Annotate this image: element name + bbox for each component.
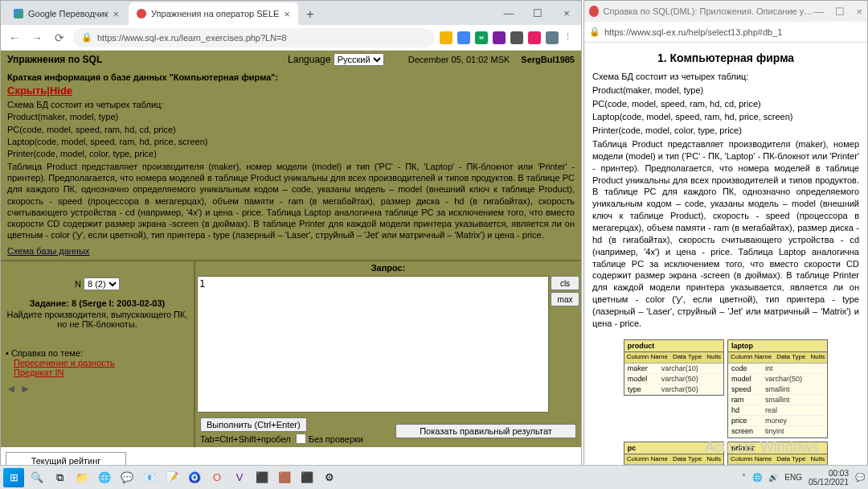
tab-title: Упражнения на оператор SELE xyxy=(151,9,279,18)
schema-line: Схема БД состоит из четырех таблиц: xyxy=(7,99,575,110)
app-icon[interactable]: 💬 xyxy=(117,468,137,487)
reload-button[interactable]: ⟳ xyxy=(51,29,68,47)
exercise-select[interactable]: 8 (2) xyxy=(84,277,120,290)
exercise-area: N 8 (2) Задание: 8 (Serge I: 2003-02-03)… xyxy=(1,260,581,447)
edge-icon[interactable]: 🌐 xyxy=(95,468,114,487)
ext-icon[interactable] xyxy=(528,31,541,44)
task-title: Задание: 8 (Serge I: 2003-02-03) xyxy=(6,298,189,308)
app-icon[interactable]: ⬛ xyxy=(297,468,317,487)
close-icon[interactable]: × xyxy=(113,8,120,20)
menu-icon[interactable]: ⋮ xyxy=(563,31,576,44)
help-title: • Справка по теме: xyxy=(6,348,189,358)
clock[interactable]: 00:03 05/12/2021 xyxy=(809,469,849,487)
explorer-icon[interactable]: 📁 xyxy=(72,468,92,487)
window-controls: — ☐ × xyxy=(494,1,581,25)
nocheck-option[interactable]: Без проверки xyxy=(296,434,363,444)
taskview-icon[interactable]: ⧉ xyxy=(50,468,69,487)
page-content: Упражнения по SQL Language Русский Decem… xyxy=(1,51,581,488)
app-icon[interactable]: ⚙ xyxy=(320,468,339,487)
back-button[interactable]: ← xyxy=(6,29,23,47)
url-text: https://www.sql-ex.ru/learn_exercises.ph… xyxy=(97,33,287,43)
app-icon[interactable]: 🧿 xyxy=(185,468,204,487)
system-tray: ˄ 🌐 🔊 ENG 00:03 05/12/2021 💬 xyxy=(742,469,865,487)
page-title: Упражнения по SQL xyxy=(7,54,102,65)
app-icon[interactable]: 📝 xyxy=(162,468,182,487)
close-button[interactable]: × xyxy=(552,1,581,25)
hide-toggle[interactable]: Скрыть|Hide xyxy=(7,84,72,97)
diagram-table-laptop: laptopColumn NameData TypeNullscodeintmo… xyxy=(727,339,828,438)
nocheck-checkbox[interactable] xyxy=(296,434,306,444)
ext-icon[interactable] xyxy=(510,31,523,44)
schema-line: Printer(code, model, color, type, price) xyxy=(592,125,859,137)
query-textarea[interactable]: 1 xyxy=(197,276,549,413)
db-description: Таблица Product представляет производите… xyxy=(592,138,859,330)
language-indicator[interactable]: ENG xyxy=(784,473,802,482)
schema-link[interactable]: Схема базы данных xyxy=(7,245,89,257)
minimize-button[interactable]: — xyxy=(813,6,824,18)
start-button[interactable]: ⊞ xyxy=(3,468,24,487)
volume-icon[interactable]: 🔊 xyxy=(768,473,778,482)
extensions: м ⋮ xyxy=(440,31,576,44)
schema-line: Printer(code, model, color, type, price) xyxy=(7,148,575,159)
minimize-button[interactable]: — xyxy=(494,1,523,25)
app-icon[interactable]: V xyxy=(230,468,249,487)
max-button[interactable]: max xyxy=(551,292,579,306)
url-input[interactable]: 🔒 https://www.sql-ex.ru/learn_exercises.… xyxy=(73,28,435,47)
app-icon[interactable]: 📧 xyxy=(140,468,159,487)
info-title: Краткая информация о базе данных "Компью… xyxy=(7,72,575,83)
network-icon[interactable]: 🌐 xyxy=(752,473,762,482)
tab-google-translate[interactable]: Google Переводчик × xyxy=(6,2,127,25)
ext-icon[interactable] xyxy=(457,31,470,44)
help-link-in[interactable]: Предикат IN xyxy=(6,368,189,377)
ext-icon[interactable] xyxy=(440,31,452,44)
lock-icon: 🔒 xyxy=(81,32,92,43)
address-bar[interactable]: 🔒 https://www.sql-ex.ru/help/select13.ph… xyxy=(584,22,867,43)
language-selector: Language Русский xyxy=(288,53,384,66)
db-description: Таблица Product представляет производите… xyxy=(7,161,575,241)
help-content: 1. Компьютерная фирма Схема БД состоит и… xyxy=(584,43,867,488)
run-button[interactable]: Выполнить (Ctrl+Enter) xyxy=(200,417,307,432)
ext-icon[interactable] xyxy=(493,31,506,44)
help-link-intersect[interactable]: Пересечение и разность xyxy=(6,358,189,368)
ext-icon[interactable]: м xyxy=(475,31,488,44)
close-icon[interactable]: × xyxy=(284,8,290,20)
app-icon[interactable]: 🟫 xyxy=(275,468,294,487)
db-info-block: Краткая информация о базе данных "Компью… xyxy=(1,68,581,260)
browser-window-right: Справка по SQL(DML): Приложения. Описани… xyxy=(583,0,868,489)
maximize-button[interactable]: ☐ xyxy=(835,6,845,18)
close-button[interactable]: × xyxy=(856,6,862,18)
tab-sqlex[interactable]: Упражнения на оператор SELE × xyxy=(129,2,298,25)
schema-line: PC(code, model, speed, ram, hd, cd, pric… xyxy=(592,98,859,110)
tab-title: Google Переводчик xyxy=(28,9,108,18)
language-select[interactable]: Русский xyxy=(334,53,384,66)
favicon-icon xyxy=(137,9,146,18)
app-icon[interactable]: ⬛ xyxy=(252,468,272,487)
exercise-number-row: N 8 (2) xyxy=(6,277,189,290)
query-panel: Запрос: 1 cls max Выполнить (Ctrl+Enter)… xyxy=(194,261,581,447)
schema-line: Laptop(code, model, speed, ram, hd, pric… xyxy=(7,136,575,147)
opera-icon[interactable]: O xyxy=(207,468,227,487)
query-label: Запрос: xyxy=(195,261,581,274)
nav-arrows[interactable]: ◄ ► xyxy=(6,382,189,395)
cls-button[interactable]: cls xyxy=(551,276,579,290)
avatar-icon[interactable] xyxy=(546,31,559,44)
schema-line: Схема БД состоит из четырех таблиц: xyxy=(592,71,859,83)
show-answer-button[interactable]: Показать правильный результат xyxy=(395,424,576,438)
search-icon[interactable]: 🔍 xyxy=(27,468,47,487)
forward-button[interactable]: → xyxy=(28,29,46,47)
section-heading: 1. Компьютерная фирма xyxy=(592,51,859,66)
username[interactable]: SergBul1985 xyxy=(521,55,575,64)
notifications-icon[interactable]: 💬 xyxy=(855,473,865,482)
new-tab-button[interactable]: + xyxy=(300,4,321,25)
tab-hint: Tab=Ctrl+Shift+пробел xyxy=(200,434,291,444)
lock-icon: 🔒 xyxy=(589,27,600,37)
server-time: December 05, 01:02 MSK xyxy=(408,55,510,64)
exercise-sidebar: N 8 (2) Задание: 8 (Serge I: 2003-02-03)… xyxy=(1,261,194,447)
tray-chevron-icon[interactable]: ˄ xyxy=(742,473,746,482)
favicon-icon xyxy=(14,9,23,18)
page-header: Упражнения по SQL Language Русский Decem… xyxy=(1,51,581,68)
schema-line: Product(maker, model, type) xyxy=(592,84,859,97)
maximize-button[interactable]: ☐ xyxy=(523,1,552,25)
address-bar: ← → ⟳ 🔒 https://www.sql-ex.ru/learn_exer… xyxy=(1,25,581,51)
schema-line: Laptop(code, model, speed, ram, hd, pric… xyxy=(592,111,859,123)
